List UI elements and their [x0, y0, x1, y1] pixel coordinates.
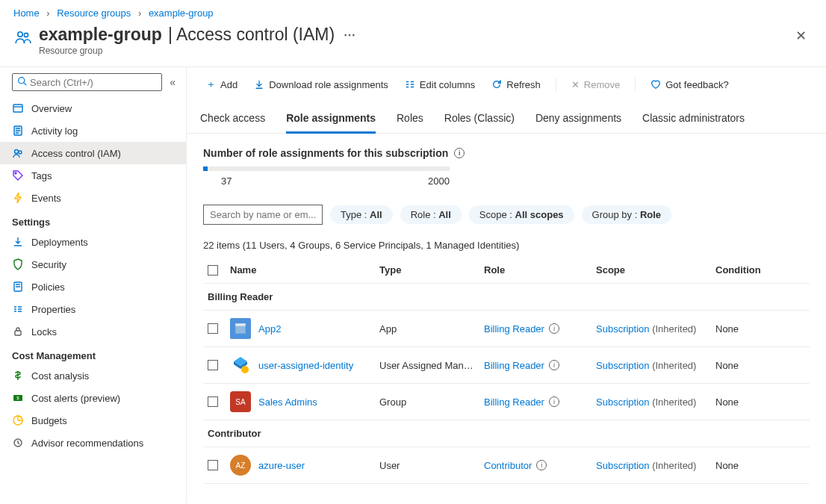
- row-checkbox[interactable]: [208, 360, 218, 370]
- sidebar-item-overview[interactable]: Overview: [0, 97, 186, 119]
- role-group-header: Billing Reader: [203, 284, 810, 311]
- sidebar-item-cost-analysis[interactable]: Cost analysis: [0, 364, 186, 387]
- columns-icon: [405, 79, 415, 90]
- sidebar-item-policies[interactable]: Policies: [0, 276, 186, 298]
- lock-icon: [12, 326, 24, 337]
- col-name[interactable]: Name: [230, 264, 379, 276]
- scope-link[interactable]: Subscription: [596, 360, 650, 371]
- filter-scope[interactable]: Scope : All scopes: [469, 205, 574, 224]
- role-link[interactable]: Billing Reader: [484, 323, 544, 335]
- cell-type: App: [379, 323, 484, 335]
- info-icon[interactable]: i: [454, 148, 465, 158]
- people-icon: [12, 147, 24, 159]
- nav-label: Events: [31, 193, 61, 204]
- breadcrumb-link[interactable]: Resource groups: [57, 7, 131, 19]
- refresh-button[interactable]: Refresh: [485, 76, 547, 93]
- inherited-label: (Inherited): [652, 460, 696, 471]
- sidebar-item-access-control-iam-[interactable]: Access control (IAM): [0, 142, 186, 164]
- sidebar-item-tags[interactable]: Tags: [0, 164, 186, 187]
- row-checkbox[interactable]: [208, 460, 218, 470]
- download-button[interactable]: Download role assignments: [248, 76, 394, 93]
- role-link[interactable]: Billing Reader: [484, 396, 544, 408]
- principal-link[interactable]: user-assigned-identity: [258, 360, 353, 371]
- tab-classic-administrators[interactable]: Classic administrators: [642, 108, 745, 133]
- svg-rect-3: [13, 105, 22, 112]
- principal-link[interactable]: Sales Admins: [258, 396, 317, 408]
- sidebar-item-security[interactable]: Security: [0, 253, 186, 276]
- col-role[interactable]: Role: [484, 264, 596, 276]
- scope-link[interactable]: Subscription: [596, 460, 650, 471]
- nav-label: Cost analysis: [31, 370, 89, 382]
- identity-icon: [230, 355, 251, 376]
- col-type[interactable]: Type: [379, 264, 484, 276]
- info-icon[interactable]: i: [536, 460, 547, 470]
- inherited-label: (Inherited): [652, 323, 696, 335]
- col-scope[interactable]: Scope: [596, 264, 715, 276]
- nav-label: Deployments: [31, 237, 88, 248]
- tab-check-access[interactable]: Check access: [200, 108, 265, 133]
- search-input[interactable]: [12, 73, 162, 91]
- heart-icon: [650, 79, 661, 90]
- sidebar-item-budgets[interactable]: Budgets: [0, 409, 186, 432]
- select-all-checkbox[interactable]: [208, 265, 218, 276]
- filter-groupby[interactable]: Group by : Role: [582, 205, 671, 224]
- nav-label: Access control (IAM): [31, 148, 121, 159]
- feedback-button[interactable]: Got feedback?: [645, 76, 735, 93]
- tab-roles-classic-[interactable]: Roles (Classic): [444, 108, 515, 133]
- quota-heading: Number of role assignments for this subs…: [203, 147, 810, 159]
- info-icon[interactable]: i: [549, 360, 559, 370]
- svg-point-1: [24, 33, 28, 37]
- chevron-right-icon: ›: [138, 7, 141, 19]
- svg-point-16: [241, 366, 249, 373]
- sidebar-item-cost-alerts-preview-[interactable]: $Cost alerts (preview): [0, 387, 186, 409]
- quota-used: 37: [221, 175, 232, 187]
- advisor-icon: [12, 437, 24, 449]
- scope-link[interactable]: Subscription: [596, 323, 650, 335]
- filter-role[interactable]: Role : All: [400, 205, 462, 224]
- role-link[interactable]: Billing Reader: [484, 360, 544, 371]
- scope-link[interactable]: Subscription: [596, 396, 650, 408]
- cost-icon: [12, 370, 24, 382]
- nav-label: Policies: [31, 281, 65, 293]
- nav-label: Properties: [31, 304, 75, 315]
- remove-icon: ✕: [571, 79, 580, 90]
- nav-label: Security: [31, 259, 66, 270]
- tab-deny-assignments[interactable]: Deny assignments: [535, 108, 621, 133]
- breadcrumb-link[interactable]: example-group: [149, 7, 214, 19]
- col-condition[interactable]: Condition: [715, 264, 783, 276]
- tab-roles[interactable]: Roles: [397, 108, 423, 133]
- edit-columns-button[interactable]: Edit columns: [399, 76, 481, 93]
- row-checkbox[interactable]: [208, 323, 218, 334]
- log-icon: [12, 125, 24, 137]
- info-icon[interactable]: i: [549, 323, 559, 334]
- close-icon[interactable]: ✕: [789, 25, 813, 47]
- cell-type: Group: [379, 396, 484, 408]
- collapse-icon[interactable]: «: [168, 75, 177, 90]
- filter-search-input[interactable]: [203, 205, 323, 225]
- row-checkbox[interactable]: [208, 396, 218, 407]
- cell-condition: None: [715, 460, 783, 471]
- sidebar-item-deployments[interactable]: Deployments: [0, 231, 186, 253]
- table-header: Name Type Role Scope Condition: [203, 257, 810, 284]
- add-button[interactable]: ＋Add: [200, 75, 243, 94]
- sidebar-item-events[interactable]: Events: [0, 187, 186, 209]
- alert-icon: $: [12, 392, 24, 404]
- filter-type[interactable]: Type : All: [330, 205, 393, 224]
- group-avatar: SA: [230, 391, 251, 412]
- info-icon[interactable]: i: [549, 396, 559, 407]
- tab-role-assignments[interactable]: Role assignments: [286, 108, 376, 134]
- sidebar-item-locks[interactable]: Locks: [0, 320, 186, 343]
- sidebar-item-activity-log[interactable]: Activity log: [0, 119, 186, 142]
- breadcrumb: Home › Resource groups › example-group: [0, 0, 826, 23]
- inherited-label: (Inherited): [652, 396, 696, 408]
- refresh-icon: [491, 79, 502, 90]
- breadcrumb-link[interactable]: Home: [13, 7, 40, 19]
- sidebar-item-properties[interactable]: Properties: [0, 298, 186, 320]
- svg-rect-15: [235, 323, 246, 326]
- table-row: user-assigned-identityUser Assigned Man……: [203, 347, 810, 384]
- principal-link[interactable]: azure-user: [258, 460, 305, 471]
- more-icon[interactable]: ⋯: [344, 28, 355, 42]
- role-link[interactable]: Contributor: [484, 460, 532, 471]
- sidebar-item-advisor-recommendations[interactable]: Advisor recommendations: [0, 432, 186, 454]
- principal-link[interactable]: App2: [258, 323, 281, 335]
